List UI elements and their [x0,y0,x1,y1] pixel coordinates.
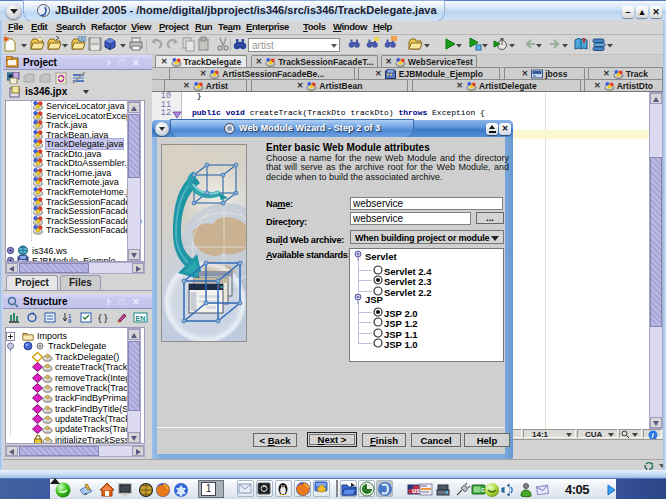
svg-text:EN: EN [136,315,146,322]
svg-text:9: 9 [68,318,72,324]
svg-text:{ }: { } [98,313,108,323]
